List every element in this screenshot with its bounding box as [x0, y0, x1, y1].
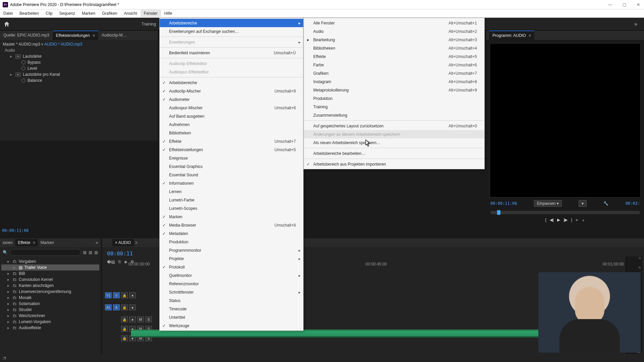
add-icon[interactable]: ＋ [581, 218, 585, 223]
menu-item[interactable]: ✓Werkzeuge [160, 321, 303, 330]
effects-tree-item[interactable]: ▸🗀Lumetri-Vorgaben [1, 319, 99, 325]
mark-in-icon[interactable]: { [545, 218, 546, 223]
menu-item[interactable]: Lernen [160, 187, 303, 196]
program-scrubber[interactable] [490, 211, 640, 214]
preset-icon-1[interactable]: ▦ [83, 250, 87, 255]
workspace-overflow[interactable]: » [631, 20, 641, 28]
menu-item[interactable]: Aufnehmen [160, 120, 303, 129]
menu-item[interactable]: GrafikenAlt+Umschalt+7 [304, 69, 484, 77]
track-solo[interactable]: S [145, 316, 152, 322]
effects-browser-tab[interactable]: Marken [38, 239, 57, 246]
snap-icon[interactable]: �磁 [107, 259, 115, 265]
menu-item[interactable]: Essential Sound [160, 171, 303, 179]
stopwatch-icon[interactable] [21, 60, 25, 64]
source-tab[interactable]: Effekteinstellungen≡ [53, 31, 98, 40]
panel-menu-icon[interactable]: ≡ [135, 240, 138, 245]
track-toggle[interactable]: ● [129, 316, 136, 322]
fx-badge[interactable]: fx [15, 72, 21, 77]
menu-clip[interactable]: Clip [42, 10, 56, 17]
menu-item[interactable]: MetaprotokollierungAlt+Umschalt+9 [304, 86, 484, 94]
menu-item[interactable]: ✓Audiometer [160, 95, 303, 104]
program-viewer[interactable] [490, 43, 641, 197]
effects-tree-item[interactable]: ▸🗀BiB [1, 270, 99, 277]
close-button[interactable]: ✕ [635, 2, 641, 7]
stopwatch-icon[interactable] [21, 78, 25, 82]
source-tab[interactable]: Quelle: EPIC AUDIO.mp3 [0, 31, 53, 40]
menu-datei[interactable]: Datei [0, 10, 16, 17]
menu-item[interactable]: Bedienfeld maximierenUmschalt+Ü [160, 49, 303, 57]
menu-hilfe[interactable]: Hilfe [161, 10, 176, 17]
menu-item[interactable]: Quellmonitor▸ [160, 271, 303, 280]
effects-tree-item[interactable]: ▸🗀Vorgaben [1, 258, 99, 264]
menu-item[interactable]: ✓Metadaten [160, 229, 303, 238]
menu-item[interactable]: FarbeAlt+Umschalt+6 [304, 61, 484, 69]
track-lock[interactable]: 🔒 [121, 316, 128, 322]
menu-item[interactable]: Lumetri-Farbe [160, 196, 303, 204]
menu-item[interactable]: ✓Arbeitsbereich aus Projekten importiere… [304, 160, 484, 168]
menu-item[interactable]: ✓Audioclip-MischerUmschalt+9 [160, 87, 303, 95]
minimize-button[interactable]: — [607, 2, 613, 7]
menu-item[interactable]: Schnittfenster▸ [160, 288, 303, 296]
menu-item[interactable]: ✓Arbeitsbereiche [160, 78, 303, 87]
fx-badge[interactable]: fx [15, 54, 21, 59]
step-fwd-icon[interactable]: |▶ [564, 218, 568, 223]
play-button[interactable]: ▶ [557, 218, 560, 223]
menu-item[interactable]: Training [304, 103, 484, 111]
track-toggle[interactable]: ● [129, 304, 136, 310]
program-timecode[interactable]: 00:00:11:06 [490, 201, 517, 206]
menu-item[interactable]: ●BearbeitungAlt+Umschalt+3 [304, 36, 484, 44]
effects-tree-item[interactable]: ▸🗀Convolution Kernel [1, 277, 99, 283]
menu-item[interactable]: AudioAlt+Umschalt+2 [304, 27, 484, 36]
preset-icon-3[interactable]: ▦ [94, 250, 98, 255]
menu-marken[interactable]: Marken [78, 10, 99, 17]
timeline-tab[interactable]: × AUDIO [112, 239, 134, 246]
effects-tree-item[interactable]: ▸🗀Linsenverzerrungsentfernung [1, 289, 99, 295]
track-lock[interactable]: 🔒 [121, 326, 128, 332]
menu-item[interactable]: Programmmonitor▸ [160, 246, 303, 254]
menu-item[interactable]: InstagramAlt+Umschalt+8 [304, 77, 484, 86]
effects-search-input[interactable] [10, 249, 81, 256]
effects-tree-item[interactable]: ▸🗀Solarisation [1, 301, 99, 307]
menu-item[interactable]: Auf gespeichertes Layout zurücksetzenAlt… [304, 122, 484, 130]
menu-item[interactable]: ✓Protokoll [160, 263, 303, 271]
home-icon[interactable] [3, 21, 11, 27]
menu-item[interactable]: Referenzmonitor [160, 280, 303, 288]
track-lock[interactable]: 🔒 [121, 335, 128, 341]
menu-item[interactable]: ✓Media-BrowserUmschalt+8 [160, 221, 303, 229]
menu-item[interactable]: Untertitel [160, 313, 303, 321]
effects-tree-item[interactable]: ▸🗀Weichzeichner [1, 313, 99, 319]
menu-item[interactable]: Erweiterungen auf Exchange suchen… [160, 27, 303, 36]
source-tab[interactable]: Audioclip-M… [98, 31, 130, 40]
preset-icon-2[interactable]: ▦ [89, 250, 92, 255]
menu-item[interactable]: Alle FensterAlt+Umschalt+1 [304, 19, 484, 27]
effects-tree-item[interactable]: ▸🗀Kanten abschrägen [1, 283, 99, 289]
effects-browser-tab[interactable]: ionen [0, 239, 15, 246]
menu-bearbeiten[interactable]: Bearbeiten [16, 10, 42, 17]
track-mute[interactable]: M [137, 316, 144, 322]
track-source[interactable]: A [113, 304, 120, 310]
effects-browser-tab[interactable]: Effekte ≡ [15, 239, 38, 246]
wrench-icon[interactable]: 🔧 [603, 201, 608, 206]
track-lock[interactable]: 🔒 [121, 292, 128, 298]
track-lock[interactable]: 🔒 [121, 304, 128, 310]
menu-item[interactable]: ✓EffekteUmschalt+7 [160, 137, 303, 145]
program-tab[interactable]: Programm: AUDIO≡ [489, 31, 534, 40]
effects-tree-item[interactable]: ▸🗀Audioeffekte [1, 325, 99, 331]
panel-overflow[interactable]: » [93, 239, 101, 246]
menu-item[interactable]: Zusammenstellung [304, 111, 484, 119]
menu-item[interactable]: Timecode [160, 305, 303, 313]
menu-item[interactable]: Produktion [304, 94, 484, 103]
track-source[interactable]: V [113, 292, 120, 298]
mark-out-icon[interactable]: } [571, 218, 572, 223]
link-icon[interactable]: ⎘ [118, 259, 121, 265]
track-toggle[interactable]: ● [129, 292, 136, 298]
overflow-icon[interactable]: » [576, 218, 578, 223]
menu-sequenz[interactable]: Sequenz [56, 10, 78, 17]
workspace-tab[interactable]: Training [138, 20, 159, 28]
menu-item[interactable]: Arbeitsbereiche bearbeiten… [304, 149, 484, 158]
menu-item[interactable]: BibliothekenAlt+Umschalt+4 [304, 44, 484, 52]
menu-item[interactable]: Auf Band ausgeben [160, 112, 303, 120]
settings-dropdown[interactable]: ▾ [579, 200, 587, 207]
menu-fenster[interactable]: Fenster [141, 10, 161, 17]
track-target[interactable]: V1 [105, 292, 112, 298]
